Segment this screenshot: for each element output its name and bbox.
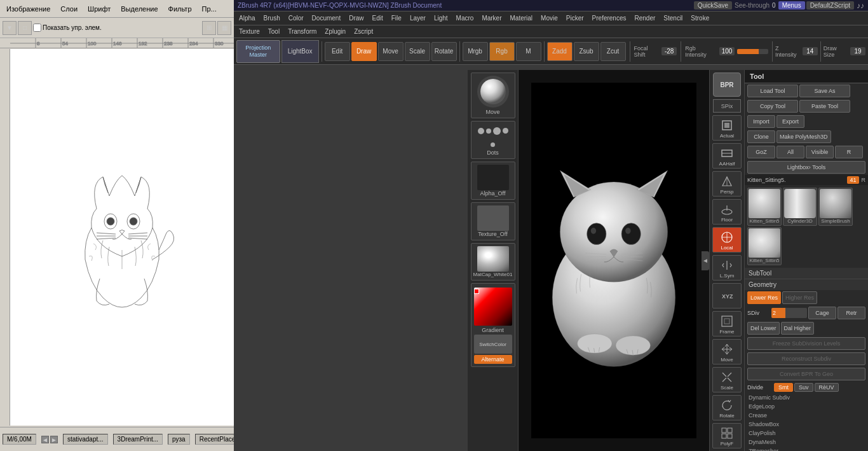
tool-dots[interactable]: Dots [471,121,515,159]
rt-scale-btn[interactable]: Scale [712,367,742,392]
menu-layers[interactable]: Слои [57,4,81,14]
goz-btn[interactable]: GoZ [747,146,775,158]
menu-layer[interactable]: Layer [406,13,430,23]
claypolish-item[interactable]: ClayPolish [745,429,868,438]
zcut-btn[interactable]: Zcut [600,42,626,61]
submenu-zscript[interactable]: Zscript [350,27,377,36]
m-btn[interactable]: M [516,42,541,61]
menu-edit[interactable]: Edit [369,13,387,23]
switch-color-btn[interactable]: SwitchColor [474,335,512,354]
lightbox-tools-btn[interactable]: Lightbox› Tools [747,161,865,174]
menu-draw[interactable]: Draw [345,13,367,23]
retr-btn[interactable]: Retr [837,307,865,319]
smt-btn[interactable]: Smt [774,383,793,392]
tool-move[interactable]: Move [471,73,515,118]
submenu-texture[interactable]: Texture [235,27,264,36]
freeze-subdiv-btn[interactable]: Freeze SubDivision Levels [747,337,865,350]
status-item-1[interactable]: stativadapt... [63,434,108,445]
menu-stencil[interactable]: Stencil [660,13,686,23]
nav-arrow-left[interactable]: ◄ [702,251,709,270]
visible-btn[interactable]: Visible [806,146,834,158]
status-item-2[interactable]: 3DreamPrint... [113,434,163,445]
menu-picker[interactable]: Picker [562,13,588,23]
copy-tool-btn[interactable]: Copy Tool [747,100,798,113]
menu-render[interactable]: Render [631,13,660,23]
left-grid-btn[interactable]: ⊞ [202,21,216,35]
color-picker[interactable]: Gradient SwitchColor Alternate [471,283,515,367]
edit-btn[interactable]: Edit [325,42,350,61]
left-tool-1[interactable]: ▼ [3,21,17,35]
clone-btn[interactable]: Clone [747,130,775,143]
reconstruct-subdiv-btn[interactable]: Reconstruct Subdiv [747,352,865,365]
dynamic-subdiv-item[interactable]: Dynamic Subdiv [745,393,868,402]
zremesher-item[interactable]: ZRemesher [745,447,868,451]
scroll-btn-left[interactable]: ◄ [41,436,49,443]
geometry-header[interactable]: Geometry [745,279,868,290]
shadowbox-item[interactable]: ShadowBox [745,420,868,429]
floor-btn[interactable]: Floor [712,199,742,225]
menu-image[interactable]: Изображение [3,4,54,14]
menu-light[interactable]: Light [430,13,452,23]
rotate-btn[interactable]: Rotate [431,42,457,61]
projection-master-btn[interactable]: Projection Master [236,40,280,63]
save-as-btn[interactable]: Save As [799,85,850,97]
left-tool-2[interactable]: □ [18,21,32,35]
edgeloop-item[interactable]: EdgeLoop [745,402,868,411]
thumb-kitten[interactable]: Kitten_Sittin5 [747,188,782,226]
move-btn[interactable]: Move [378,42,403,61]
menu-font[interactable]: Шрифт [84,4,114,14]
menu-preferences[interactable]: Preferences [588,13,630,23]
paste-tool-btn[interactable]: Paste Tool [799,100,850,113]
tool-alpha[interactable]: Alpha_Off [471,162,515,200]
all-btn[interactable]: All [776,146,804,158]
submenu-transform[interactable]: Transform [284,27,320,36]
cage-btn[interactable]: Cage [808,307,836,319]
reuv-btn[interactable]: RèUV [815,383,839,392]
mrgb-btn[interactable]: Mrgb [463,42,488,61]
rt-move-btn[interactable]: Move [712,339,742,364]
suv-btn[interactable]: Suv [794,383,813,392]
lower-res-btn[interactable]: Lower Res [747,291,781,304]
menu-alpha[interactable]: Alpha [235,13,259,23]
lightbox-btn[interactable]: LightBox [281,40,319,63]
dynamesh-item[interactable]: DynaMesh [745,438,868,447]
quicksave-btn[interactable]: QuickSave [694,1,732,10]
show-controls-checkbox[interactable] [33,24,41,32]
rgb-btn[interactable]: Rgb [489,42,515,61]
r-btn[interactable]: R [835,146,863,158]
make-polymesh-btn[interactable]: Make PolyMesh3D [776,130,831,143]
scroll-btn-right[interactable]: ► [50,436,58,443]
export-btn[interactable]: Export [776,115,804,128]
crease-item[interactable]: Crease [745,411,868,420]
persp-btn[interactable]: Persp [712,171,742,197]
tool-matcap[interactable]: MatCap_White01 [471,243,515,281]
bpr-btn[interactable]: BPR [713,73,741,97]
menu-marker[interactable]: Marker [478,13,505,23]
zb-canvas[interactable] [519,70,709,451]
menu-stroke[interactable]: Stroke [687,13,713,23]
load-tool-btn[interactable]: Load Tool [747,85,798,97]
menu-movie[interactable]: Movie [537,13,562,23]
rt-rotate-btn[interactable]: Rotate [712,395,742,420]
menus-btn[interactable]: Menus [778,1,805,10]
alternate-btn[interactable]: Alternate [474,355,512,364]
thumb-cylinder[interactable]: Cylinder3D [783,188,817,226]
xyz-btn[interactable]: XYZ [712,283,742,309]
zsub-btn[interactable]: Zsub [574,42,599,61]
thumb-kitten2[interactable]: Kitten_Sittin5 [747,227,782,265]
menu-file[interactable]: File [388,13,405,23]
aahalf-btn[interactable]: AAHalf [712,143,742,169]
status-item-3[interactable]: руза [168,434,190,445]
menu-color[interactable]: Color [285,13,308,23]
rgb-intensity-val[interactable]: 100 [719,47,735,55]
menu-document[interactable]: Document [308,13,345,23]
dal-higher-btn[interactable]: Dal Higher [781,322,815,335]
rgb-intensity-slider[interactable] [737,49,768,54]
zadd-btn[interactable]: Zadd [547,42,573,61]
import-btn[interactable]: Import [747,115,775,128]
left-view-btn[interactable]: ▦ [217,21,231,35]
submenu-tool[interactable]: Tool [264,27,283,36]
draw-size-val[interactable]: 19 [850,47,865,55]
actual-btn[interactable]: Actual [712,115,742,141]
submenu-zplugin[interactable]: Zplugin [321,27,349,36]
